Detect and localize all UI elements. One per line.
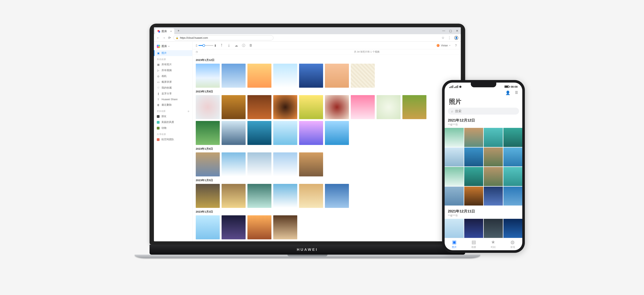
user-menu[interactable]: Vivian ▾ (436, 44, 450, 47)
photo-thumbnail[interactable] (376, 95, 400, 119)
maximize-icon[interactable]: ▢ (449, 29, 452, 32)
cloud-icon[interactable]: ☁ (235, 44, 238, 48)
sidebar-item-all-videos[interactable]: ▷所有视频 (154, 68, 192, 73)
photo-thumbnail[interactable] (504, 186, 522, 206)
photo-thumbnail[interactable] (464, 186, 483, 206)
photo-thumbnail[interactable] (299, 95, 323, 119)
person-icon[interactable]: ▯ (196, 44, 198, 47)
photo-thumbnail[interactable] (504, 219, 522, 238)
photo-thumbnail[interactable] (504, 128, 522, 147)
photo-thumbnail[interactable] (484, 186, 503, 206)
photo-thumbnail[interactable] (504, 167, 522, 186)
photo-thumbnail[interactable] (484, 128, 503, 147)
app-brand[interactable]: 图库 ▾ (154, 44, 192, 50)
photo-thumbnail[interactable] (444, 128, 464, 147)
photo-thumbnail[interactable] (248, 184, 272, 208)
help-icon[interactable]: ？ (454, 43, 458, 48)
photo-thumbnail[interactable] (196, 95, 220, 119)
photo-thumbnail[interactable] (464, 148, 483, 166)
browser-menu-icon[interactable]: ⋮ (448, 36, 451, 40)
photo-thumbnail[interactable] (444, 219, 464, 238)
photo-thumbnail[interactable] (444, 148, 464, 166)
download-icon[interactable]: ⭳ (228, 44, 231, 47)
photo-thumbnail[interactable] (196, 152, 220, 176)
photo-thumbnail[interactable] (222, 121, 246, 145)
minimize-icon[interactable]: — (442, 29, 445, 32)
photo-thumbnail[interactable] (464, 167, 483, 186)
photo-thumbnail[interactable] (222, 95, 246, 119)
nav-moments[interactable]: ★时刻 (484, 238, 503, 250)
close-tab-icon[interactable]: × (170, 30, 172, 33)
photo-thumbnail[interactable] (464, 219, 483, 238)
sidebar-item-favorites[interactable]: ♡我的收藏 (154, 85, 192, 91)
add-album-icon[interactable]: ⊕ (188, 110, 190, 112)
photo-thumbnail[interactable] (248, 152, 272, 176)
photo-thumbnail[interactable] (196, 121, 220, 145)
photo-thumbnail[interactable] (248, 215, 272, 239)
photo-thumbnail[interactable] (504, 148, 522, 166)
upload-icon[interactable]: ⭱ (220, 44, 224, 47)
nav-discover[interactable]: ◍发现 (503, 238, 522, 250)
sidebar-item-camera[interactable]: ◎相机 (154, 73, 192, 79)
photo-thumbnail[interactable] (484, 148, 503, 166)
sidebar-item-team[interactable]: 炫空间团队 (154, 136, 192, 142)
photo-thumbnail[interactable] (444, 186, 464, 206)
photo-thumbnail[interactable] (351, 95, 375, 119)
clock-icon[interactable]: ◷ (196, 50, 198, 53)
photo-thumbnail[interactable] (196, 64, 220, 88)
photo-thumbnail[interactable] (299, 152, 323, 176)
nav-photos[interactable]: ▣照片 (444, 238, 464, 250)
photo-thumbnail[interactable] (299, 64, 323, 88)
photo-thumbnail[interactable] (325, 121, 349, 145)
photo-thumbnail[interactable] (222, 184, 246, 208)
photo-thumbnail[interactable] (402, 95, 426, 119)
photo-thumbnail[interactable] (351, 64, 375, 88)
photo-thumbnail[interactable] (325, 64, 349, 88)
person-large-icon[interactable]: ▮ (214, 44, 216, 47)
browser-tab[interactable]: 图库 × (155, 28, 174, 34)
photo-thumbnail[interactable] (273, 215, 297, 239)
photo-thumbnail[interactable] (273, 95, 297, 119)
photo-thumbnail[interactable] (196, 184, 220, 208)
sidebar-item-bluetooth[interactable]: ∦蓝牙分享 (154, 91, 192, 96)
photo-thumbnail[interactable] (222, 64, 246, 88)
forward-icon[interactable]: → (162, 36, 166, 40)
new-tab-button[interactable]: + (176, 28, 181, 33)
sidebar-item-friends[interactable]: 朋友 (154, 114, 192, 119)
phone-search-input[interactable]: ⌕ 搜索 (448, 108, 519, 114)
zoom-slider[interactable] (198, 45, 214, 46)
photo-thumbnail[interactable] (196, 215, 220, 239)
photo-thumbnail[interactable] (444, 167, 464, 186)
photo-thumbnail[interactable] (484, 167, 503, 186)
nav-albums[interactable]: ▤相册 (464, 238, 484, 250)
address-bar[interactable]: 🔒 https://cloud.huawei.com (173, 35, 274, 40)
photo-thumbnail[interactable] (273, 152, 297, 176)
sidebar-item-animals[interactable]: 动物 (154, 125, 192, 131)
bookmark-star-icon[interactable]: ☆ (442, 36, 444, 40)
photo-thumbnail[interactable] (273, 184, 297, 208)
profile-icon[interactable]: 👤 (506, 90, 510, 95)
info-icon[interactable]: ⓘ (242, 43, 245, 48)
sidebar-item-photos[interactable]: ▣ 照片 (154, 50, 192, 56)
photo-thumbnail[interactable] (325, 184, 349, 208)
photo-thumbnail[interactable] (222, 215, 246, 239)
photo-thumbnail[interactable] (248, 64, 272, 88)
sidebar-item-scenery[interactable]: 美丽的风景 (154, 119, 192, 125)
photo-thumbnail[interactable] (222, 152, 246, 176)
photo-thumbnail[interactable] (464, 128, 483, 147)
photo-thumbnail[interactable] (484, 219, 503, 238)
photo-thumbnail[interactable] (273, 121, 297, 145)
photo-thumbnail[interactable] (299, 184, 323, 208)
photo-thumbnail[interactable] (273, 64, 297, 88)
back-icon[interactable]: ← (156, 36, 160, 40)
more-grid-icon[interactable]: ⠿ (515, 90, 518, 95)
photo-grid-scroll[interactable]: 2023年1月12日 2023年1月8日 (192, 54, 461, 241)
sidebar-item-trash[interactable]: 🗑最近删除 (154, 102, 192, 108)
photo-thumbnail[interactable] (248, 95, 272, 119)
reload-icon[interactable]: ⟳ (168, 36, 171, 40)
sidebar-item-huawei-share[interactable]: ⇪Huawei Share (154, 96, 192, 102)
browser-profile-icon[interactable]: 👤 (454, 36, 458, 40)
sidebar-item-screenshots[interactable]: ▭截屏录屏 (154, 79, 192, 85)
photo-thumbnail[interactable] (299, 121, 323, 145)
photo-thumbnail[interactable] (248, 121, 272, 145)
